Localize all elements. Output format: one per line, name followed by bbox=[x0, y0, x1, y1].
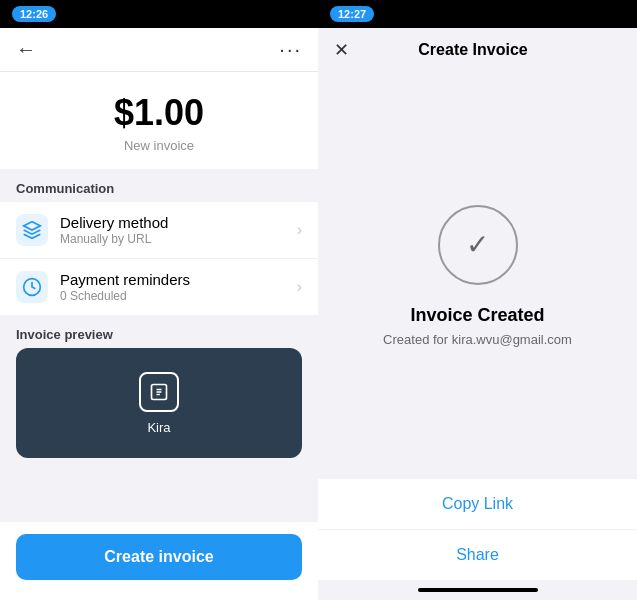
preview-icon-box bbox=[139, 372, 179, 412]
bottom-indicator bbox=[318, 580, 637, 600]
right-panel: 12:27 ✕ Create Invoice ✓ Invoice Created… bbox=[318, 0, 637, 600]
payment-reminders-title: Payment reminders bbox=[60, 271, 297, 288]
delivery-method-item[interactable]: Delivery method Manually by URL › bbox=[0, 202, 318, 259]
delivery-method-subtitle: Manually by URL bbox=[60, 232, 297, 246]
status-bar-left: 12:26 bbox=[0, 0, 318, 28]
invoice-amount: $1.00 bbox=[16, 92, 302, 134]
communication-list: Delivery method Manually by URL › Paymen… bbox=[0, 202, 318, 315]
invoice-preview-card: Kira bbox=[16, 348, 302, 458]
invoice-label: New invoice bbox=[16, 138, 302, 153]
status-time-right: 12:27 bbox=[330, 6, 374, 22]
left-panel: 12:26 ← ··· $1.00 New invoice Communicat… bbox=[0, 0, 318, 600]
status-time-left: 12:26 bbox=[12, 6, 56, 22]
nav-bar-right: ✕ Create Invoice bbox=[318, 28, 637, 72]
close-button[interactable]: ✕ bbox=[334, 39, 349, 61]
reminder-icon bbox=[16, 271, 48, 303]
payment-reminders-item[interactable]: Payment reminders 0 Scheduled › bbox=[0, 259, 318, 315]
success-subtitle: Created for kira.wvu@gmail.com bbox=[383, 332, 572, 347]
delivery-chevron-icon: › bbox=[297, 221, 302, 239]
actions-section: Copy Link Share bbox=[318, 479, 637, 580]
success-circle: ✓ bbox=[438, 205, 518, 285]
success-section: ✓ Invoice Created Created for kira.wvu@g… bbox=[318, 72, 637, 479]
preview-header: Invoice preview bbox=[0, 315, 318, 348]
nav-bar-left: ← ··· bbox=[0, 28, 318, 72]
success-title: Invoice Created bbox=[410, 305, 544, 326]
create-invoice-button[interactable]: Create invoice bbox=[16, 534, 302, 580]
status-bar-right: 12:27 bbox=[318, 0, 637, 28]
share-button[interactable]: Share bbox=[318, 530, 637, 580]
more-button[interactable]: ··· bbox=[279, 38, 302, 61]
checkmark-icon: ✓ bbox=[466, 228, 489, 261]
reminders-chevron-icon: › bbox=[297, 278, 302, 296]
home-indicator bbox=[418, 588, 538, 592]
delivery-icon bbox=[16, 214, 48, 246]
delivery-method-title: Delivery method bbox=[60, 214, 297, 231]
delivery-method-content: Delivery method Manually by URL bbox=[60, 214, 297, 246]
amount-section: $1.00 New invoice bbox=[0, 72, 318, 169]
copy-link-button[interactable]: Copy Link bbox=[318, 479, 637, 530]
payment-reminders-subtitle: 0 Scheduled bbox=[60, 289, 297, 303]
create-invoice-title: Create Invoice bbox=[418, 41, 527, 59]
back-button[interactable]: ← bbox=[16, 38, 36, 61]
payment-reminders-content: Payment reminders 0 Scheduled bbox=[60, 271, 297, 303]
communication-header: Communication bbox=[0, 169, 318, 202]
preview-name: Kira bbox=[147, 420, 170, 435]
create-btn-bar: Create invoice bbox=[0, 522, 318, 600]
